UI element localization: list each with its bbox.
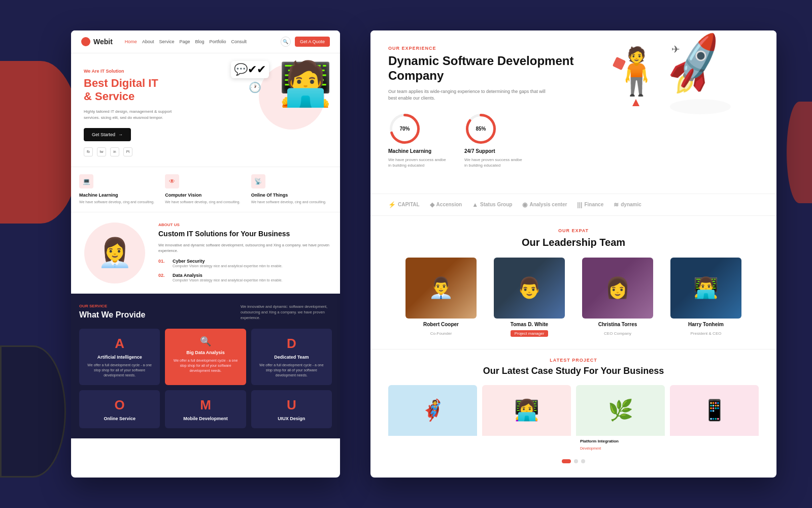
nav-link-service[interactable]: Service (159, 39, 174, 44)
about-illustration: 👩‍💼 (79, 223, 150, 283)
social-in[interactable]: in (110, 147, 119, 156)
experience-section: OUR EXPERIENCE Dynamic Software Developm… (370, 30, 776, 194)
about-point-1-num: 01. (158, 259, 168, 269)
bg-shape-right (787, 102, 812, 203)
about-point-2-content: Data Analysis Computer Vision strategy n… (173, 273, 283, 283)
team-card-robert: 👨‍💼 Robert Cooper Co-Founder (400, 258, 482, 337)
brands-row: ⚡ CAPITAL ◆ Accension ▲ Status Group ◉ A… (370, 194, 776, 216)
brand-accension: ◆ Accension (430, 201, 462, 208)
stats-row: 70% Machine Learning We have proven succ… (388, 112, 759, 168)
service-title-mobile: Mobile Development (183, 416, 228, 421)
team-name-christina: Christina Torres (598, 322, 637, 327)
service-icon-bigdata: 🔍 (200, 336, 211, 347)
pagination-dot-2[interactable] (574, 459, 578, 463)
social-tw[interactable]: tw (97, 147, 106, 156)
case-header: LATEST PROJECT Our Latest Case Study For… (388, 358, 759, 377)
service-card-mobile: M Mobile Development (165, 390, 246, 428)
exp-person-illustration: 🧍 (608, 48, 665, 94)
nav-links: Home About Service Page Blog Portfolio C… (125, 39, 247, 44)
about-point-2-title: Data Analysis (173, 273, 283, 278)
team-grid: 👨‍💼 Robert Cooper Co-Founder 👨 Tomas D. … (388, 258, 759, 337)
nav-link-home[interactable]: Home (125, 39, 137, 44)
nav-link-portfolio[interactable]: Portfolio (209, 39, 226, 44)
feature-machine-learning: 💻 Machine Learning We have software deve… (79, 174, 160, 205)
brand-icon-accension: ◆ (430, 201, 434, 208)
about-badge: ABOUT US (158, 223, 332, 227)
service-card-bigdata: 🔍 Big Data Analysis We offer a full deve… (165, 329, 246, 385)
service-card-ai: A Artificial Intelligence We offer a ful… (79, 329, 160, 385)
brand-finance: ||| Finance (577, 201, 603, 208)
service-desc-ai: We offer a full development cycle - a on… (84, 363, 155, 377)
hero-title-line2: & Service (84, 90, 134, 103)
nav-actions: 🔍 Get A Quote (281, 37, 330, 47)
about-point-1-content: Cyber Security Computer Vision strategy … (173, 259, 283, 269)
team-role-tomas: Project manager (511, 330, 549, 337)
hero-clock-icon: 🕐 (249, 81, 261, 93)
about-point-1-title: Cyber Security (173, 259, 283, 264)
pagination-dot-3[interactable] (581, 459, 585, 463)
get-started-button[interactable]: Get Started (84, 128, 131, 141)
social-fb[interactable]: fb (84, 147, 93, 156)
stat-desc-support: We have proven success andbe in building… (464, 157, 525, 168)
nav-link-about[interactable]: About (142, 39, 154, 44)
search-icon[interactable]: 🔍 (281, 37, 291, 47)
brand-dynamic: ≋ dynamic (614, 201, 641, 208)
feature-title-cv: Computer Vision (165, 193, 246, 198)
nav-link-blog[interactable]: Blog (195, 39, 204, 44)
services-grid: A Artificial Intelligence We offer a ful… (79, 329, 332, 385)
stat-circle-ml: 70% (388, 112, 421, 145)
brand-icon-analysis: ◉ (522, 201, 527, 208)
feature-desc-ml: We have software develop, cing and consu… (79, 200, 160, 205)
nav-link-consult[interactable]: Consult (231, 39, 247, 44)
team-photo-img-harry: 👨‍💻 (670, 258, 741, 319)
about-point-1-desc: Computer Vision strategy nice and analyt… (173, 264, 283, 269)
service-title-dedicated: Dedicated Team (274, 355, 309, 360)
brand-name-analysis: Analysis center (529, 202, 567, 207)
case-card-image-4: 📱 (670, 385, 759, 436)
left-panel: Webit Home About Service Page Blog Portf… (71, 30, 340, 478)
case-badge: LATEST PROJECT (388, 358, 759, 363)
services-badge: OUR SERVICE (79, 304, 145, 308)
about-section: 👩‍💼 ABOUT US Custom IT Solutions for You… (71, 212, 340, 294)
services-title-block: OUR SERVICE What We Provide (79, 304, 145, 320)
stat-machine-learning: 70% Machine Learning We have proven succ… (388, 112, 449, 168)
brand-icon-status: ▲ (472, 201, 478, 208)
case-card-1[interactable]: 🦸 (388, 385, 477, 453)
logo-text: Webit (93, 38, 113, 46)
services-bottom-grid: O Online Service M Mobile Development U … (79, 390, 332, 428)
services-header: OUR SERVICE What We Provide We innovativ… (79, 304, 332, 321)
stat-desc-ml: We have proven success andbe in building… (388, 157, 449, 168)
brand-capital: ⚡ CAPITAL (388, 201, 420, 208)
experience-title: Dynamic Software Development Company (388, 54, 611, 83)
case-card-sublabel-3: Development (576, 447, 665, 453)
feature-icon-ml: 💻 (79, 174, 93, 188)
brand-icon-capital: ⚡ (388, 201, 396, 208)
about-points: 01. Cyber Security Computer Vision strat… (158, 259, 332, 283)
brand-name-accension: Accension (436, 202, 462, 207)
red-decoration-2 (632, 99, 639, 106)
nav-link-page[interactable]: Page (179, 39, 190, 44)
about-description: We innovative and dynamic software devel… (158, 242, 332, 254)
social-pt[interactable]: Pt (123, 147, 132, 156)
case-card-2[interactable]: 👩‍💻 (482, 385, 571, 453)
team-photo-harry: 👨‍💻 (670, 258, 741, 319)
right-panel: OUR EXPERIENCE Dynamic Software Developm… (370, 30, 776, 478)
team-photo-tomas: 👨 (494, 258, 565, 319)
team-role-robert: Co-Founder (430, 330, 452, 337)
get-quote-button[interactable]: Get A Quote (295, 37, 330, 47)
hero-chat-bubble: 💬✔✔ (231, 61, 269, 78)
case-card-3[interactable]: 🌿 Platform Integration Development (576, 385, 665, 453)
brand-name-capital: CAPITAL (398, 202, 420, 207)
feature-title-ot: Online Of Things (251, 193, 332, 198)
paper-plane-icon: ✈ (671, 43, 680, 55)
experience-badge: OUR EXPERIENCE (388, 46, 611, 51)
feature-desc-cv: We have software develop, cing and consu… (165, 200, 246, 205)
case-card-4[interactable]: 📱 (670, 385, 759, 453)
brand-name-dynamic: dynamic (621, 202, 641, 207)
team-photo-robert: 👨‍💼 (405, 258, 477, 319)
about-content: ABOUT US Custom IT Solutions for Your Bu… (158, 223, 332, 283)
team-card-tomas: 👨 Tomas D. White Project manager (489, 258, 570, 337)
service-title-bigdata: Big Data Analysis (186, 350, 225, 355)
about-point-2-desc: Computer Vision strategy nice and analyt… (173, 278, 283, 283)
pagination-dot-1[interactable] (562, 459, 571, 463)
